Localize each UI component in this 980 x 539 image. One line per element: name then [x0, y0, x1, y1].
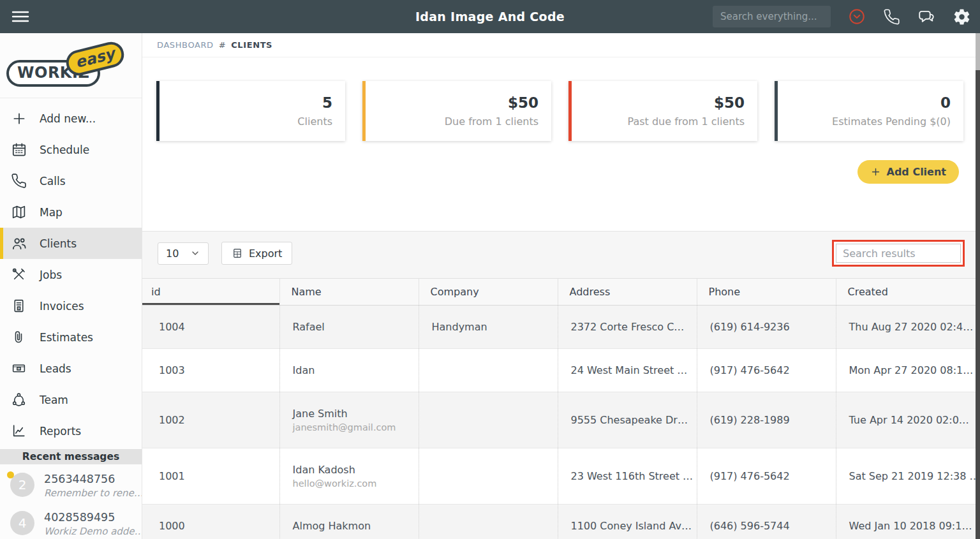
stat-label: Clients: [297, 115, 332, 128]
breadcrumb: DASHBOARD # CLIENTS: [142, 33, 980, 57]
cell-company: [419, 392, 558, 448]
sidebar-item-calls[interactable]: Calls: [0, 165, 142, 196]
spreadsheet-icon: [232, 247, 243, 259]
invoice-icon: $: [11, 298, 30, 314]
search-highlight-box: [832, 240, 965, 267]
column-header-company[interactable]: Company: [419, 279, 558, 306]
company-title: Idan Image And Code: [415, 10, 565, 24]
gear-icon[interactable]: [953, 8, 971, 26]
message-phone: 2563448756: [44, 473, 142, 485]
stat-label: Past due from 1 clients: [627, 115, 745, 128]
table-row[interactable]: 1002 Jane Smithjanesmith@gmail.com 9555 …: [142, 392, 980, 448]
main-content: DASHBOARD # CLIENTS 5 Clients $50 Due fr…: [142, 33, 980, 539]
sidebar-item-schedule[interactable]: Schedule: [0, 134, 142, 165]
cell-name: Jane Smithjanesmith@gmail.com: [279, 392, 419, 448]
team-icon: [11, 392, 30, 408]
cell-created: Mon Apr 27 2020 08:1…: [836, 349, 980, 392]
sidebar-item-map[interactable]: Map: [0, 196, 142, 228]
cell-address: 9555 Chesapeake Dr…: [558, 392, 697, 448]
avatar: 4: [10, 511, 34, 535]
column-header-created[interactable]: Created: [836, 279, 980, 306]
cell-address: 1100 Coney Island Av…: [558, 505, 697, 539]
cell-id: 1004: [142, 306, 279, 349]
cell-phone: (619) 228-1989: [697, 392, 836, 448]
column-header-id[interactable]: id: [142, 279, 279, 306]
map-icon: [11, 204, 30, 220]
page-size-select[interactable]: 10: [158, 242, 209, 265]
cell-created: Thu Aug 27 2020 02:4…: [836, 306, 980, 349]
sidebar-item-leads[interactable]: $ Leads: [0, 353, 142, 384]
workiz-clients-page: Idan Image And Code easy WORKIZ: [0, 0, 980, 539]
phone-icon: [11, 173, 30, 189]
sidebar-item-team[interactable]: Team: [0, 384, 142, 415]
stat-value: 0: [940, 94, 951, 111]
cell-phone: (646) 596-5744: [697, 505, 836, 539]
cell-name: Idan Kadoshhello@workiz.com: [279, 448, 419, 505]
cell-address: 2372 Corte Fresco C…: [558, 306, 697, 349]
cell-phone: (619) 614-9236: [697, 306, 836, 349]
sidebar-item-jobs[interactable]: Jobs: [0, 259, 142, 290]
add-client-button[interactable]: Add Client: [858, 160, 959, 184]
stat-value: $50: [714, 94, 745, 111]
cell-created: Sat Sep 21 2019 12:38 …: [836, 448, 980, 505]
table-row[interactable]: 1004 Rafael Handyman 2372 Corte Fresco C…: [142, 306, 980, 349]
sidebar-item-reports[interactable]: Reports: [0, 415, 142, 447]
breadcrumb-clients: CLIENTS: [231, 40, 272, 50]
clients-table: id Name Company Address Phone Created 10…: [142, 278, 980, 539]
table-row[interactable]: 1001 Idan Kadoshhello@workiz.com 23 West…: [142, 448, 980, 505]
workiz-logo[interactable]: easy WORKIZ: [0, 33, 142, 98]
sidebar-item-clients[interactable]: Clients: [0, 228, 142, 259]
breadcrumb-separator: #: [219, 40, 226, 50]
tools-icon: [11, 267, 30, 283]
chart-icon: [11, 423, 30, 439]
stats-cards: 5 Clients $50 Due from 1 clients $50 Pas…: [156, 81, 980, 141]
column-header-name[interactable]: Name: [279, 279, 419, 306]
stat-card-clients[interactable]: 5 Clients: [156, 81, 345, 141]
clients-icon: [11, 235, 30, 252]
stat-value: 5: [322, 94, 332, 111]
stat-label: Due from 1 clients: [445, 115, 538, 128]
cell-id: 1001: [142, 448, 279, 505]
cell-created: Wed Jan 10 2018 09:1…: [836, 505, 980, 539]
cell-company: [419, 448, 558, 505]
stat-value: $50: [508, 94, 538, 111]
sidebar-item-add-new[interactable]: Add new...: [0, 103, 142, 134]
hamburger-menu-icon[interactable]: [10, 8, 31, 26]
table-search-input[interactable]: [836, 244, 961, 263]
cell-created: Tue Apr 14 2020 02:0…: [836, 392, 980, 448]
cell-company: Handyman: [419, 306, 558, 349]
global-search-input[interactable]: [713, 6, 831, 27]
phone-icon[interactable]: [883, 8, 900, 26]
cell-name: Idan: [279, 349, 419, 392]
stat-card-due[interactable]: $50 Due from 1 clients: [362, 81, 551, 141]
unread-dot: [7, 471, 14, 478]
stat-card-estimates-pending[interactable]: 0 Estimates Pending $(0): [775, 81, 963, 141]
sidebar-item-estimates[interactable]: Estimates: [0, 321, 142, 353]
money-icon: $: [11, 360, 30, 376]
vertical-scrollbar[interactable]: [976, 33, 980, 539]
sidebar-item-invoices[interactable]: $ Invoices: [0, 290, 142, 321]
recent-message-item[interactable]: 4 4028589495 Workiz Demo adde…: [0, 503, 142, 539]
svg-text:$: $: [18, 367, 20, 371]
plus-icon: [11, 110, 30, 127]
table-row[interactable]: 1003 Idan 24 West Main Street … (917) 47…: [142, 349, 980, 392]
cell-id: 1002: [142, 392, 279, 448]
cell-phone: (917) 476-5642: [697, 349, 836, 392]
clock-icon[interactable]: [847, 7, 866, 26]
column-header-address[interactable]: Address: [558, 279, 697, 306]
message-preview: Remember to rene…: [44, 487, 142, 499]
top-bar: Idan Image And Code: [0, 0, 980, 33]
paperclip-icon: [11, 330, 30, 345]
recent-message-item[interactable]: 2 2563448756 Remember to rene…: [0, 464, 142, 503]
chat-icon[interactable]: [917, 7, 936, 26]
table-row[interactable]: 1000 Almog Hakmon 1100 Coney Island Av… …: [142, 505, 980, 539]
chevron-down-icon: [190, 248, 200, 258]
clients-table-section: 10 Export id Name Company: [142, 231, 980, 539]
cell-email: janesmith@gmail.com: [293, 422, 413, 432]
cell-id: 1003: [142, 349, 279, 392]
column-header-phone[interactable]: Phone: [697, 279, 836, 306]
breadcrumb-dashboard[interactable]: DASHBOARD: [157, 40, 214, 50]
export-button[interactable]: Export: [221, 242, 292, 265]
stat-card-past-due[interactable]: $50 Past due from 1 clients: [568, 81, 757, 141]
avatar: 2: [10, 473, 34, 497]
